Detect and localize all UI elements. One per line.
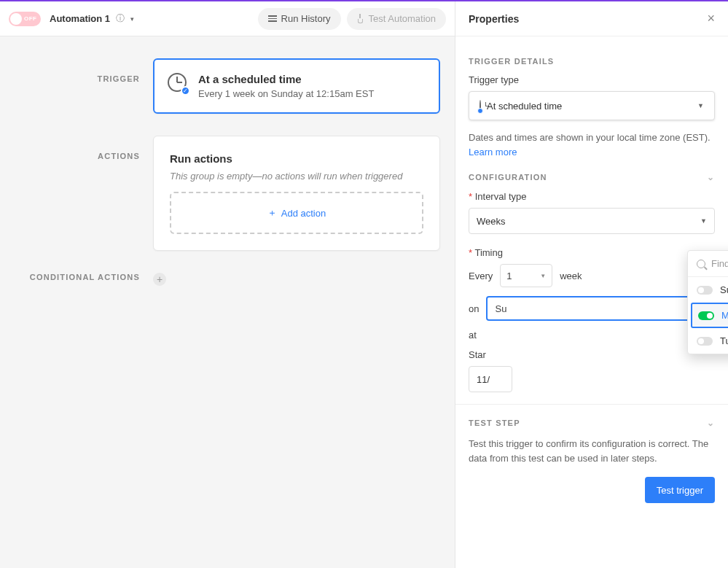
automation-canvas: OFF Automation 1 ⓘ ▾ Run History Test Au… — [0, 1, 455, 568]
trigger-card-title: At a scheduled time — [198, 73, 374, 85]
chevron-down-icon: ▼ — [697, 102, 704, 109]
canvas-body: TRIGGER At a scheduled time Every 1 week… — [0, 36, 455, 568]
weekday-option-tuesday[interactable]: Tuesday — [688, 328, 728, 354]
title-dropdown-caret[interactable]: ▾ — [130, 15, 134, 23]
list-icon — [268, 14, 277, 23]
interval-type-label: Interval type — [469, 191, 715, 202]
close-panel-button[interactable]: × — [707, 11, 715, 26]
trigger-card-subtitle: Every 1 week on Sunday at 12:15am EST — [198, 88, 374, 99]
clock-icon — [168, 73, 188, 93]
weekday-dropdown: Find a weekday Sunday Monday — [687, 250, 728, 354]
actions-card-title: Run actions — [170, 152, 423, 165]
timezone-note: Dates and times are shown in your local … — [469, 131, 715, 159]
properties-panel: Properties × TRIGGER DETAILS Trigger typ… — [455, 1, 728, 568]
actions-rail-label: ACTIONS — [15, 136, 153, 160]
plus-icon: ＋ — [267, 206, 277, 219]
test-step-description: Test this trigger to confirm its configu… — [469, 437, 715, 465]
configuration-heading[interactable]: CONFIGURATION ⌄ — [469, 172, 715, 182]
info-icon[interactable]: ⓘ — [116, 12, 125, 25]
trigger-type-label: Trigger type — [469, 74, 715, 85]
test-automation-button[interactable]: Test Automation — [347, 8, 447, 30]
toggle-icon — [698, 311, 714, 320]
every-suffix: week — [560, 271, 582, 281]
trigger-type-select[interactable]: At scheduled time ▼ — [469, 91, 715, 120]
toggle-off-label: OFF — [24, 15, 37, 22]
weekday-select[interactable]: Su ▼ — [486, 296, 715, 321]
trigger-details-heading: TRIGGER DETAILS — [469, 57, 715, 66]
at-label: at — [469, 330, 477, 341]
chevron-down-icon: ⌄ — [707, 418, 715, 428]
actions-card: Run actions This group is empty—no actio… — [153, 136, 440, 251]
weekday-option-monday[interactable]: Monday — [691, 303, 728, 328]
interval-type-select[interactable]: Weeks ▼ — [469, 208, 715, 234]
every-count-input[interactable]: 1 ▼ — [500, 264, 552, 287]
chevron-down-icon: ▼ — [540, 273, 546, 279]
weekday-search[interactable]: Find a weekday — [688, 251, 728, 277]
trigger-rail-label: TRIGGER — [15, 58, 153, 83]
automation-title[interactable]: Automation 1 — [50, 13, 110, 24]
chevron-down-icon: ⌄ — [707, 172, 715, 182]
add-action-button[interactable]: ＋ Add action — [170, 192, 423, 234]
on-label: on — [469, 303, 479, 314]
add-conditional-group-button[interactable]: + — [153, 273, 166, 286]
search-icon — [697, 260, 705, 268]
weekday-option-sunday[interactable]: Sunday — [688, 277, 728, 303]
learn-more-link[interactable]: Learn more — [469, 147, 517, 157]
every-prefix: Every — [469, 271, 493, 281]
trigger-card[interactable]: At a scheduled time Every 1 week on Sund… — [153, 58, 440, 114]
timing-label: Timing — [469, 247, 715, 258]
chevron-down-icon: ▼ — [700, 217, 707, 225]
toggle-icon — [697, 286, 713, 295]
flask-icon — [357, 14, 364, 23]
test-step-heading[interactable]: TEST STEP ⌄ — [469, 418, 715, 428]
panel-title: Properties — [469, 13, 519, 25]
start-date-input[interactable]: 11/ — [469, 366, 512, 392]
test-trigger-button[interactable]: Test trigger — [645, 477, 715, 503]
actions-empty-text: This group is empty—no actions will run … — [170, 171, 423, 182]
panel-header: Properties × — [455, 1, 728, 36]
start-label-partial: Star — [469, 349, 715, 360]
automation-enabled-toggle[interactable]: OFF — [9, 12, 41, 26]
run-history-button[interactable]: Run History — [258, 8, 341, 30]
toggle-icon — [697, 337, 713, 346]
canvas-header: OFF Automation 1 ⓘ ▾ Run History Test Au… — [0, 1, 455, 36]
check-badge-icon — [181, 86, 190, 96]
conditional-actions-rail-label: CONDITIONAL ACTIONS — [15, 273, 153, 281]
